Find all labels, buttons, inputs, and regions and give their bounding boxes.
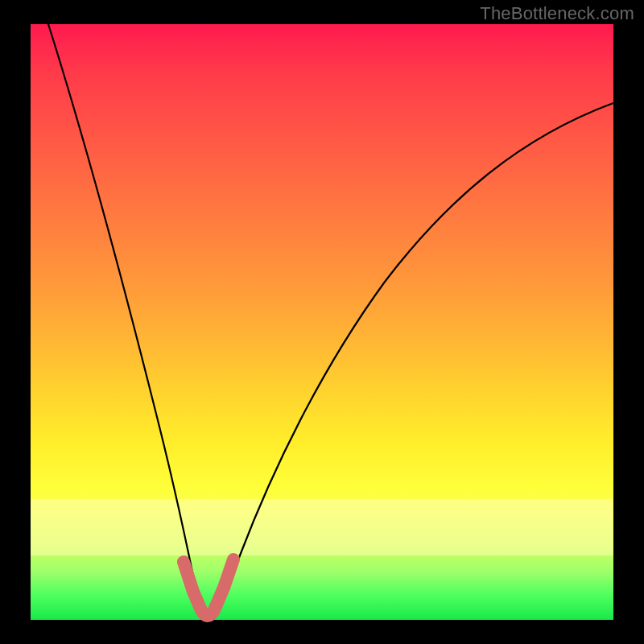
valley-highlight bbox=[184, 559, 233, 616]
curve-left-branch bbox=[48, 24, 208, 620]
curve-right-branch bbox=[208, 103, 613, 620]
watermark-text: TheBottleneck.com bbox=[480, 3, 634, 24]
chart-frame: TheBottleneck.com bbox=[0, 0, 644, 644]
curves-layer bbox=[31, 24, 613, 620]
